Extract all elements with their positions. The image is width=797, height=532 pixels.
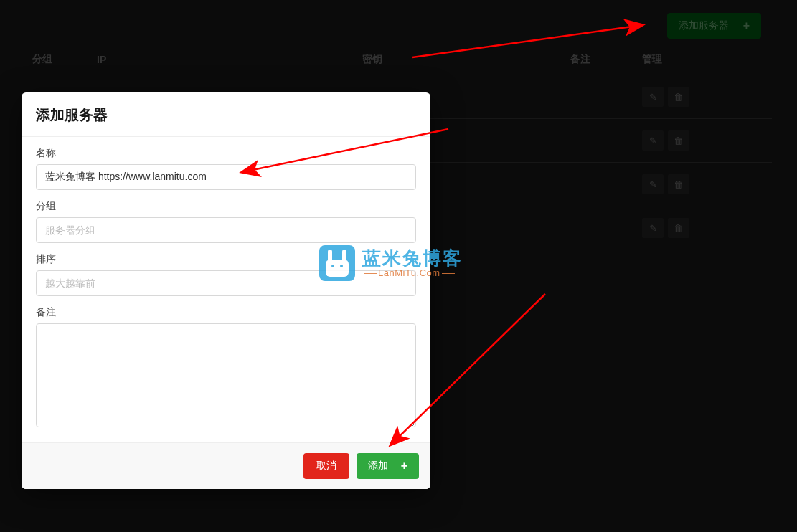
label-group: 分组 — [36, 200, 416, 213]
form-group-group: 分组 — [36, 200, 416, 243]
label-sort: 排序 — [36, 253, 416, 266]
cancel-button-label: 取消 — [316, 460, 336, 472]
edit-button[interactable]: ✎ — [642, 174, 664, 194]
modal-footer: 取消 添加 + — [22, 442, 430, 489]
add-server-button-label: 添加服务器 — [679, 19, 729, 32]
cancel-button[interactable]: 取消 — [303, 453, 349, 479]
table-header-row: 分组 IP 密钥 备注 管理 — [25, 44, 772, 75]
submit-add-button-label: 添加 — [368, 460, 388, 472]
delete-button[interactable]: 🗑 — [668, 87, 689, 107]
remark-textarea[interactable] — [36, 323, 416, 427]
plus-icon: + — [401, 460, 407, 472]
submit-add-button[interactable]: 添加 + — [357, 453, 419, 479]
edit-icon: ✎ — [649, 92, 657, 103]
edit-icon: ✎ — [649, 179, 657, 190]
trash-icon: 🗑 — [674, 92, 683, 103]
col-header-ip: IP — [90, 44, 355, 75]
trash-icon: 🗑 — [674, 223, 683, 234]
delete-button[interactable]: 🗑 — [668, 218, 689, 238]
form-group-name: 名称 — [36, 147, 416, 190]
edit-button[interactable]: ✎ — [642, 218, 664, 238]
col-header-manage: 管理 — [635, 44, 772, 75]
modal-body: 名称 分组 排序 备注 — [22, 137, 430, 442]
delete-button[interactable]: 🗑 — [668, 130, 689, 151]
edit-icon: ✎ — [649, 223, 657, 234]
col-header-group: 分组 — [25, 44, 90, 75]
label-name: 名称 — [36, 147, 416, 160]
form-group-sort: 排序 — [36, 253, 416, 296]
modal-title: 添加服务器 — [36, 105, 416, 125]
plus-icon: + — [743, 19, 750, 32]
edit-button[interactable]: ✎ — [642, 130, 664, 151]
edit-button[interactable]: ✎ — [642, 87, 664, 107]
modal-header: 添加服务器 — [22, 92, 430, 137]
trash-icon: 🗑 — [674, 136, 683, 146]
edit-icon: ✎ — [649, 136, 657, 146]
label-remark: 备注 — [36, 306, 416, 319]
col-header-key: 密钥 — [355, 44, 563, 75]
add-server-modal: 添加服务器 名称 分组 排序 备注 取消 添加 + — [22, 92, 430, 489]
group-input[interactable] — [36, 217, 416, 243]
sort-input[interactable] — [36, 270, 416, 296]
name-input[interactable] — [36, 164, 416, 190]
trash-icon: 🗑 — [674, 179, 683, 190]
delete-button[interactable]: 🗑 — [668, 174, 689, 194]
col-header-remark: 备注 — [563, 44, 635, 75]
add-server-button[interactable]: 添加服务器 + — [667, 13, 761, 39]
form-group-remark: 备注 — [36, 306, 416, 429]
